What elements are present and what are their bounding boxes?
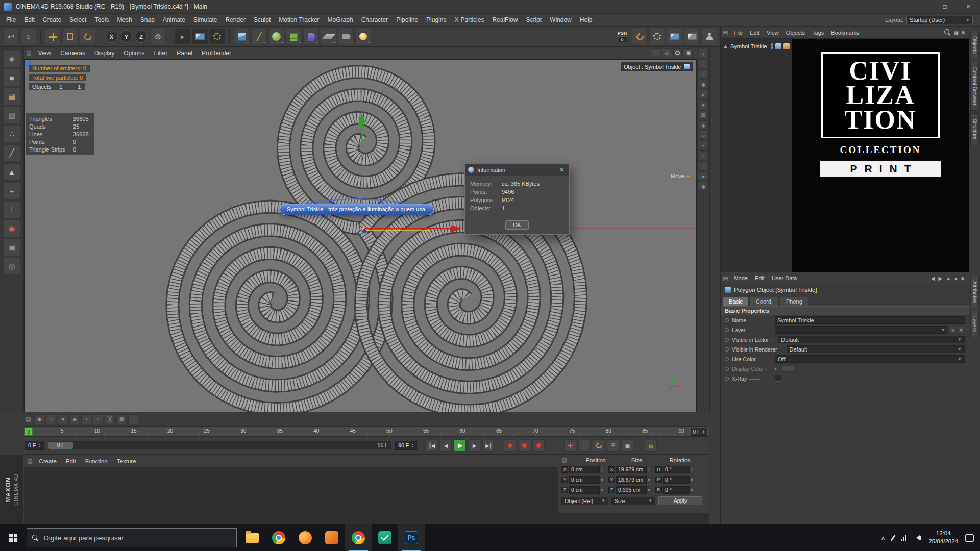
viewport-solo-icon[interactable]: ◎ <box>3 258 20 275</box>
current-frame-field[interactable]: 0 F ▲▼ <box>25 441 44 450</box>
object-name[interactable]: Symbol Triskle <box>730 43 767 49</box>
layer-clear-icon[interactable]: ● <box>958 327 965 334</box>
dock-icon[interactable]: ▪ <box>699 141 708 150</box>
panel-grip-icon[interactable]: ▤ <box>27 458 32 464</box>
side-tab[interactable]: Attributes <box>970 276 979 308</box>
dock-icon[interactable]: ▦ <box>699 110 708 119</box>
dock-icon[interactable]: ◆ <box>699 182 708 191</box>
keyframe-dot-icon[interactable] <box>725 318 729 322</box>
frame-mini-field[interactable]: 0 F ▲▼ <box>691 428 707 436</box>
keyframe-dot-icon[interactable] <box>725 328 729 332</box>
round-orange-app-icon[interactable] <box>292 524 318 551</box>
zoom-view-icon[interactable]: ◇ <box>663 48 671 57</box>
menu-item[interactable]: Plugins <box>422 15 450 24</box>
move-tool-icon[interactable] <box>45 29 61 44</box>
next-key-button[interactable]: ▶ <box>468 439 480 452</box>
render-settings-icon[interactable] <box>209 29 225 44</box>
menu-item[interactable]: Create <box>39 15 65 24</box>
spinner-control[interactable]: ▲▼ <box>601 467 603 471</box>
workplane-mode-icon[interactable]: ▧ <box>3 107 20 124</box>
viewport-menu-item[interactable]: Display <box>90 48 119 58</box>
name-input[interactable] <box>775 316 965 324</box>
spinner-control[interactable]: ▲▼ <box>691 478 693 482</box>
taskbar-search[interactable] <box>27 528 237 547</box>
position-field[interactable]: 0 cm <box>569 466 600 473</box>
axis-lock-button[interactable]: Y <box>120 30 133 43</box>
ok-button[interactable]: OK <box>505 220 529 230</box>
goto-end-button[interactable]: ▶┃ <box>482 439 495 452</box>
record-key-icon[interactable]: ● <box>58 414 68 424</box>
spinner-control[interactable]: ▲▼ <box>601 488 603 492</box>
menu-item[interactable]: Simulate <box>189 15 222 24</box>
viewport-menu-item[interactable]: Filter <box>150 48 173 58</box>
menu-item[interactable]: Motion Tracker <box>275 15 323 24</box>
panel-grip-icon[interactable]: ▤ <box>26 416 31 422</box>
menu-item[interactable]: Tools <box>90 15 113 24</box>
render-view-icon[interactable]: ▸ <box>175 29 190 44</box>
points-mode-icon[interactable]: ∴ <box>3 126 20 143</box>
undo-icon[interactable]: ↩ <box>3 29 19 44</box>
axis-lock-button[interactable]: X <box>105 30 118 43</box>
keyframe-dot-icon[interactable] <box>725 338 729 342</box>
keyframe-dot-icon[interactable] <box>725 357 729 361</box>
spinner-control[interactable]: ▲▼ <box>601 478 603 482</box>
slider-thumb[interactable]: 0 F <box>48 442 73 449</box>
attribute-menu-item[interactable]: User Data <box>768 275 801 281</box>
rotation-field[interactable]: 0 ° <box>663 466 690 473</box>
side-tab[interactable]: Layers <box>970 311 979 337</box>
axis-lock-button[interactable]: Z <box>135 30 148 43</box>
viewport[interactable]: Number of emitters: 0 Total live particl… <box>24 59 697 412</box>
menu-item[interactable]: Pipeline <box>392 15 422 24</box>
timeline-slider[interactable]: 0 F 90 F <box>48 441 391 449</box>
menu-item[interactable]: Help <box>576 15 597 24</box>
keyframe-selection-button[interactable] <box>532 439 545 452</box>
selection-tag-icon[interactable] <box>783 43 790 49</box>
dock-icon[interactable]: ○ <box>699 131 708 140</box>
menu-item[interactable]: Animate <box>159 15 189 24</box>
panel-grip-icon[interactable]: ▤ <box>723 29 728 36</box>
side-tab[interactable]: Structure <box>970 113 979 145</box>
material-menu-item[interactable]: Function <box>81 458 112 464</box>
dock-icon[interactable]: ◦ <box>699 161 708 170</box>
object-mode-dropdown[interactable]: Object (Rel)▼ <box>561 497 608 505</box>
object-manager-menu-item[interactable]: View <box>763 30 782 36</box>
use-color-dropdown[interactable]: Off▼ <box>775 355 965 363</box>
display-color-swatch[interactable] <box>781 366 796 372</box>
dock-icon[interactable]: ◦ <box>699 59 708 68</box>
spinner-control[interactable]: ▲▼ <box>648 478 650 482</box>
kf-filter-icon[interactable]: ▫ <box>93 414 103 424</box>
material-menu-item[interactable]: Create <box>34 458 61 464</box>
pan-view-icon[interactable]: + <box>652 48 660 57</box>
track-view-icon[interactable]: ▦ <box>116 414 127 424</box>
camera-icon[interactable]: ▾ <box>338 29 354 44</box>
menu-item[interactable]: MoGraph <box>324 15 357 24</box>
subdivision-surface-icon[interactable]: ▾ <box>268 29 284 44</box>
position-field[interactable]: 0 cm <box>569 476 600 484</box>
content-browser-icon[interactable] <box>684 29 700 44</box>
make-editable-icon[interactable]: ◈ <box>3 50 20 67</box>
environment-icon[interactable]: ▾ <box>321 29 336 44</box>
notification-center-icon[interactable] <box>965 534 974 542</box>
dock-icon[interactable]: ▸ <box>699 90 708 99</box>
coordinates-mode-icon[interactable]: ⊥ <box>3 201 20 218</box>
lock-icon[interactable]: ● <box>954 276 958 281</box>
add-cube-icon[interactable]: ▾ <box>234 29 250 44</box>
search-icon[interactable] <box>944 29 951 36</box>
tab-basic[interactable]: Basic <box>723 297 749 306</box>
gear-icon[interactable] <box>649 29 665 44</box>
kf-selection-icon[interactable]: ▪ <box>81 414 91 424</box>
spinner-control[interactable]: ▲▼ <box>648 488 650 492</box>
spinner-control[interactable]: ▲▼ <box>38 443 41 447</box>
keyframe-icon[interactable]: ◆ <box>34 414 44 424</box>
size-field[interactable]: 19.979 cm <box>616 466 647 473</box>
close-button[interactable]: × <box>957 0 980 13</box>
object-manager-menu-item[interactable]: File <box>730 30 746 36</box>
record-keyframe-button[interactable] <box>504 439 516 452</box>
edges-mode-icon[interactable]: ╱ <box>3 144 20 162</box>
burger-menu-icon[interactable]: ≡ <box>962 30 965 35</box>
menu-item[interactable]: Character <box>357 15 393 24</box>
material-menu-item[interactable]: Edit <box>61 458 81 464</box>
rotation-field[interactable]: 0 ° <box>663 476 690 484</box>
snap-key-icon[interactable]: ╳ <box>105 414 115 424</box>
key-mode-icon[interactable]: ◇ <box>46 414 56 424</box>
